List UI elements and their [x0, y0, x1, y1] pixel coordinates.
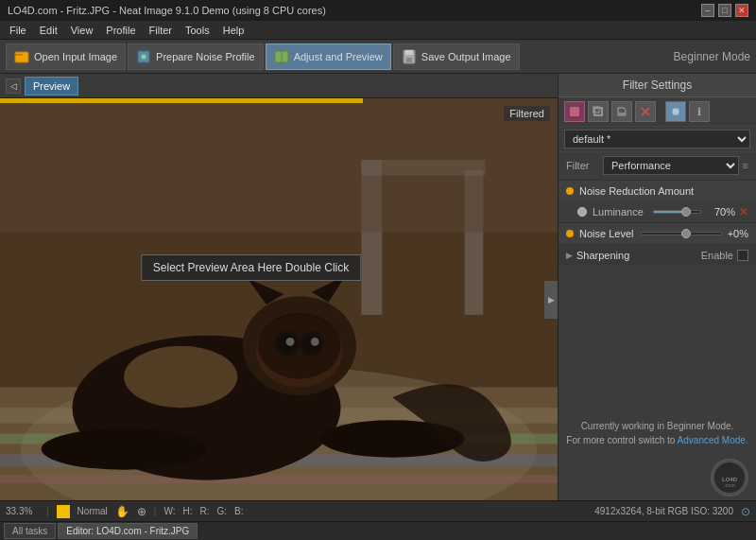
toolbar: Open Input Image Prepare Noise Profile A… [0, 40, 756, 74]
all-tasks-tab[interactable]: All tasks [4, 523, 56, 539]
sharpening-enable-checkbox[interactable] [737, 250, 748, 261]
filter-arrow-icon[interactable]: ≡ [743, 160, 748, 171]
window-title: LO4D.com - Fritz.JPG - Neat Image 9.1.0 … [8, 5, 326, 16]
noise-level-value: +0% [728, 228, 748, 239]
preview-tooltip-text: Select Preview Area Here Double Click [153, 261, 349, 274]
advanced-mode-link[interactable]: Advanced Mode. [678, 435, 748, 445]
status-r-label: R: [200, 506, 210, 516]
adjust-preview-label: Adjust and Preview [294, 51, 383, 62]
filter-select[interactable]: Performance [603, 156, 739, 175]
svg-rect-34 [0, 98, 558, 232]
noise-level-thumb [681, 229, 691, 238]
menu-tools[interactable]: Tools [180, 23, 215, 38]
svg-rect-15 [0, 475, 558, 483]
title-bar: LO4D.com - Fritz.JPG - Neat Image 9.1.0 … [0, 0, 756, 21]
status-h-label: H: [183, 506, 193, 516]
cat-photo-svg [0, 98, 558, 500]
noise-level-header: Noise Level +0% [558, 222, 756, 244]
maximize-button[interactable]: □ [718, 4, 731, 17]
svg-point-3 [141, 54, 146, 60]
status-crosshair-icon: ⊕ [137, 505, 146, 518]
status-sep-2: | [154, 506, 157, 516]
minimize-button[interactable]: – [701, 4, 714, 17]
preview-button[interactable]: Preview [25, 77, 78, 96]
adjust-preview-button[interactable]: Adjust and Preview [266, 44, 391, 70]
menu-edit[interactable]: Edit [34, 23, 63, 38]
preset-icon-info[interactable]: ℹ [689, 101, 710, 122]
nav-left-arrow[interactable]: ◁ [6, 78, 21, 94]
status-g-label: G: [217, 506, 228, 516]
right-panel-footer: Currently working in Beginner Mode. For … [558, 411, 756, 455]
svg-rect-35 [570, 107, 579, 116]
status-mode: Normal [77, 506, 108, 516]
save-output-label: Save Output Image [421, 51, 511, 62]
preview-tooltip[interactable]: Select Preview Area Here Double Click [141, 254, 361, 281]
footer-line2: For more control switch to Advanced Mode… [566, 433, 748, 447]
lo4d-logo-area: LO4D .com [558, 455, 756, 500]
svg-point-30 [124, 346, 237, 409]
save-output-icon [402, 49, 417, 64]
title-bar-controls: – □ ✕ [701, 4, 748, 17]
menu-file[interactable]: File [4, 23, 32, 38]
noise-level-slider[interactable] [641, 232, 721, 235]
sub-toolbar: ◁ Preview [0, 74, 558, 98]
adjust-preview-icon [274, 49, 289, 64]
menu-filter[interactable]: Filter [144, 23, 178, 38]
lo4d-circle-logo: LO4D .com [711, 459, 748, 496]
sharpening-label: Sharpening [576, 250, 629, 261]
noise-level-dot [566, 230, 574, 237]
svg-text:.com: .com [724, 482, 735, 488]
svg-point-29 [258, 313, 340, 379]
progress-bar [0, 98, 363, 103]
luminance-reset-button[interactable]: ✕ [739, 205, 748, 218]
svg-rect-36 [594, 108, 602, 115]
svg-rect-1 [15, 54, 23, 56]
sharpening-row: ▶ Sharpening Enable [558, 244, 756, 266]
filter-settings-title: Filter Settings [558, 74, 756, 97]
noise-reduction-header: Noise Reduction Amount [558, 180, 756, 201]
preset-icon-copy[interactable] [588, 101, 609, 122]
luminance-row: Luminance 70% ✕ [558, 201, 756, 222]
close-button[interactable]: ✕ [735, 4, 748, 17]
preset-select[interactable]: default * [564, 130, 750, 148]
status-w-label: W: [163, 506, 175, 516]
filter-row: Filter Performance ≡ [558, 152, 756, 180]
open-input-button[interactable]: Open Input Image [6, 44, 126, 70]
svg-rect-7 [405, 50, 413, 55]
editor-tab[interactable]: Editor: LO4D.com - Fritz.JPG [58, 523, 198, 539]
menu-bar: File Edit View Profile Filter Tools Help [0, 21, 756, 40]
luminance-slider[interactable] [653, 210, 701, 214]
svg-rect-38 [619, 113, 625, 115]
tab-bar: All tasks Editor: LO4D.com - Fritz.JPG [0, 521, 756, 540]
footer-line1: Currently working in Beginner Mode. [566, 419, 748, 433]
status-sep-1: | [46, 506, 49, 516]
prepare-noise-button[interactable]: Prepare Noise Profile [128, 44, 264, 70]
noise-reduction-dot [566, 187, 574, 195]
menu-help[interactable]: Help [217, 23, 250, 38]
menu-profile[interactable]: Profile [100, 23, 141, 38]
preset-icon-pink[interactable] [564, 101, 585, 122]
save-output-button[interactable]: Save Output Image [393, 44, 520, 70]
image-area[interactable]: Filtered Select Preview Area Here Double… [0, 98, 558, 500]
beginner-mode-label: Beginner Mode [674, 50, 750, 63]
zoom-level: 33.3% [6, 506, 39, 516]
left-panel: ◁ Preview [0, 74, 558, 500]
prepare-noise-label: Prepare Noise Profile [156, 51, 255, 62]
noise-reduction-label: Noise Reduction Amount [579, 185, 694, 197]
svg-rect-8 [406, 58, 412, 62]
luminance-dot [577, 207, 587, 217]
status-info: 4912x3264, 8-bit RGB ISO: 3200 [594, 506, 733, 516]
svg-rect-0 [15, 52, 28, 62]
preset-icon-delete[interactable] [635, 101, 656, 122]
preset-icon-save[interactable] [611, 101, 632, 122]
svg-point-27 [42, 428, 207, 470]
side-collapse-arrow[interactable]: ▶ [544, 281, 558, 319]
preset-icon-mode[interactable] [665, 101, 686, 122]
svg-rect-37 [593, 106, 599, 113]
sharpening-expand-icon[interactable]: ▶ [566, 251, 573, 260]
status-indicator-icon: ⊙ [741, 505, 750, 518]
cat-photo-background [0, 98, 558, 500]
menu-view[interactable]: View [65, 23, 99, 38]
status-b-label: B: [234, 506, 243, 516]
filtered-badge: Filtered [504, 106, 550, 121]
